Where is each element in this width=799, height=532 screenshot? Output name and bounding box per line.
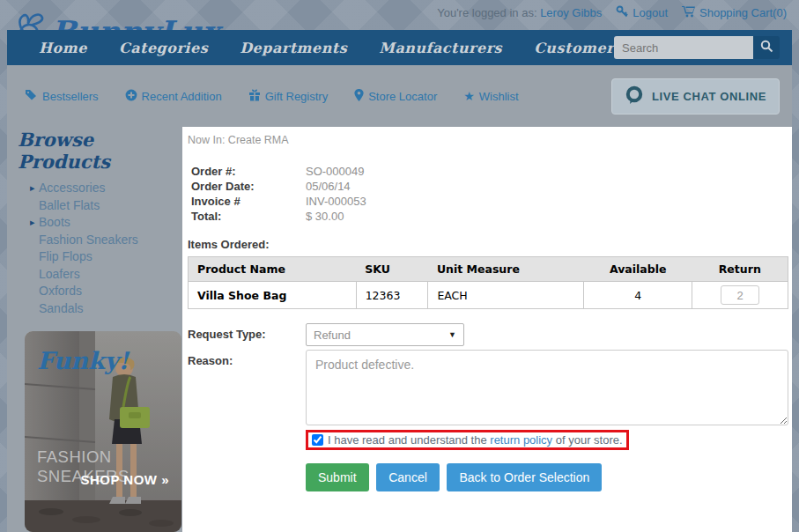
quicklink-store-locator[interactable]: Store Locator xyxy=(354,89,437,104)
expand-arrow-icon: ▸ xyxy=(30,180,35,197)
invoice-number-label: Invoice # xyxy=(191,194,306,209)
reason-label: Reason: xyxy=(188,350,306,425)
order-date-label: Order Date: xyxy=(191,179,306,194)
request-type-value: Refund xyxy=(314,329,351,342)
quicklink-bestsellers[interactable]: Bestsellers xyxy=(25,89,99,103)
policy-checkbox[interactable] xyxy=(312,434,323,446)
reason-textarea[interactable]: Product defective. xyxy=(306,350,788,425)
invoice-number-value: INV-000053 xyxy=(306,194,366,209)
main-panel: Now In: Create RMA Order #: SO-000049 Or… xyxy=(182,127,792,532)
order-total-label: Total: xyxy=(191,209,306,224)
sidebar-item-oxfords[interactable]: Oxfords xyxy=(39,283,182,300)
tags-icon xyxy=(25,89,38,103)
shopping-cart-link[interactable]: Shopping Cart(0) xyxy=(682,5,787,20)
sidebar-item-sandals[interactable]: Sandals xyxy=(39,300,182,318)
promo-headline: Funky! xyxy=(37,347,129,374)
page: BunnyLux You're logged in as: Leroy Gibb… xyxy=(7,0,792,532)
request-type-select[interactable]: Refund ▼ xyxy=(306,323,464,346)
logout-link[interactable]: Logout xyxy=(616,5,668,20)
items-ordered-label: Items Ordered: xyxy=(188,238,788,251)
category-list: ▸ Accessories Ballet Flats ▸ Boots Fashi… xyxy=(18,180,182,317)
sidebar-item-label: Accessories xyxy=(39,181,105,195)
promo-banner[interactable]: Funky! FASHION SNEAKERS SHOP NOW » xyxy=(25,331,181,532)
submit-button[interactable]: Submit xyxy=(306,463,369,491)
cell-available: 4 xyxy=(584,282,692,309)
table-row: Villa Shoe Bag 12363 EACH 4 xyxy=(189,282,788,309)
sidebar-item-ballet-flats[interactable]: Ballet Flats xyxy=(39,197,182,215)
sidebar-item-boots[interactable]: ▸ Boots xyxy=(39,214,182,232)
sidebar-item-fashion-sneakers[interactable]: Fashion Sneakers xyxy=(39,232,182,249)
return-quantity-input[interactable] xyxy=(721,285,759,305)
col-return: Return xyxy=(692,257,788,282)
items-table: Product Name SKU Unit Measure Available … xyxy=(188,256,788,309)
request-type-row: Request Type: Refund ▼ xyxy=(188,323,788,346)
cell-unit-measure: EACH xyxy=(428,282,584,309)
search-input[interactable] xyxy=(614,36,753,59)
map-marker-icon xyxy=(354,89,364,104)
sidebar-item-loafers[interactable]: Loafers xyxy=(39,266,182,284)
key-icon xyxy=(616,5,628,20)
plus-circle-icon xyxy=(125,89,137,104)
nav-item-home[interactable]: Home xyxy=(39,40,87,56)
quicklink-label: Gift Registry xyxy=(265,90,329,103)
col-sku: SKU xyxy=(356,257,428,282)
col-available: Available xyxy=(584,257,692,282)
live-chat-button[interactable]: LIVE CHAT ONLINE xyxy=(611,78,780,115)
star-icon: ★ xyxy=(463,90,475,102)
sidebar-title: Browse Products xyxy=(18,129,182,173)
search-box xyxy=(614,36,780,59)
order-total-value: $ 30.00 xyxy=(306,209,344,224)
policy-highlight-box: I have read and understand the return po… xyxy=(306,430,629,450)
quicklink-label: Recent Addition xyxy=(142,90,222,103)
logged-in-text: You're logged in as: Leroy Gibbs xyxy=(437,6,602,19)
cell-sku: 12363 xyxy=(356,282,428,309)
policy-text-before: I have read and understand the xyxy=(328,433,490,447)
order-number-label: Order #: xyxy=(191,164,306,179)
sidebar-item-label: Flip Flops xyxy=(39,249,92,263)
chat-bubble-icon xyxy=(625,85,644,107)
logout-label: Logout xyxy=(633,6,668,19)
logged-in-label: You're logged in as: xyxy=(437,6,536,19)
quicklink-label: Wishlist xyxy=(479,90,519,103)
columns: Browse Products ▸ Accessories Ballet Fla… xyxy=(7,127,792,532)
sidebar-item-label: Ballet Flats xyxy=(39,198,100,212)
content-wrapper: Bestsellers Recent Addition xyxy=(7,65,792,532)
sidebar-item-accessories[interactable]: ▸ Accessories xyxy=(39,180,182,197)
breadcrumb: Now In: Create RMA xyxy=(188,134,788,146)
order-date-value: 05/06/14 xyxy=(306,179,351,194)
quick-links-row: Bestsellers Recent Addition xyxy=(7,65,792,127)
sidebar-item-flip-flops[interactable]: Flip Flops xyxy=(39,248,182,266)
nav-item-departments[interactable]: Departments xyxy=(240,40,347,56)
gift-icon xyxy=(248,89,261,104)
col-product-name: Product Name xyxy=(189,257,357,282)
chevron-down-icon: ▼ xyxy=(448,330,456,339)
button-row: Submit Cancel Back to Order Selection xyxy=(306,463,788,527)
sidebar-item-label: Boots xyxy=(39,215,70,229)
sidebar-item-label: Oxfords xyxy=(39,284,82,298)
nav-item-manufacturers[interactable]: Manufacturers xyxy=(379,40,502,56)
promo-shop-now[interactable]: SHOP NOW » xyxy=(80,472,169,487)
user-name-link[interactable]: Leroy Gibbs xyxy=(540,6,602,19)
search-button[interactable] xyxy=(753,36,780,59)
col-unit-measure: Unit Measure xyxy=(428,257,584,282)
quicklink-recent-addition[interactable]: Recent Addition xyxy=(125,89,222,104)
cart-icon xyxy=(682,5,695,20)
sidebar-item-label: Sandals xyxy=(39,301,84,315)
cancel-button[interactable]: Cancel xyxy=(376,463,440,491)
quicklink-label: Bestsellers xyxy=(42,90,99,103)
table-header-row: Product Name SKU Unit Measure Available … xyxy=(189,257,788,282)
quicklink-wishlist[interactable]: ★ Wishlist xyxy=(463,90,518,103)
cart-label: Shopping Cart(0) xyxy=(699,6,787,19)
order-number-value: SO-000049 xyxy=(306,164,365,179)
return-policy-link[interactable]: return policy xyxy=(490,433,552,447)
sidebar: Browse Products ▸ Accessories Ballet Fla… xyxy=(7,127,182,532)
quicklink-gift-registry[interactable]: Gift Registry xyxy=(248,89,329,104)
request-type-label: Request Type: xyxy=(188,323,306,346)
reason-row: Reason: Product defective. xyxy=(188,350,788,425)
back-to-order-selection-button[interactable]: Back to Order Selection xyxy=(447,463,602,491)
nav-item-categories[interactable]: Categories xyxy=(119,40,208,56)
live-chat-label: LIVE CHAT ONLINE xyxy=(652,90,766,103)
cell-product-name: Villa Shoe Bag xyxy=(189,282,357,309)
policy-row: I have read and understand the return po… xyxy=(306,430,788,450)
sidebar-item-label: Fashion Sneakers xyxy=(39,233,138,247)
